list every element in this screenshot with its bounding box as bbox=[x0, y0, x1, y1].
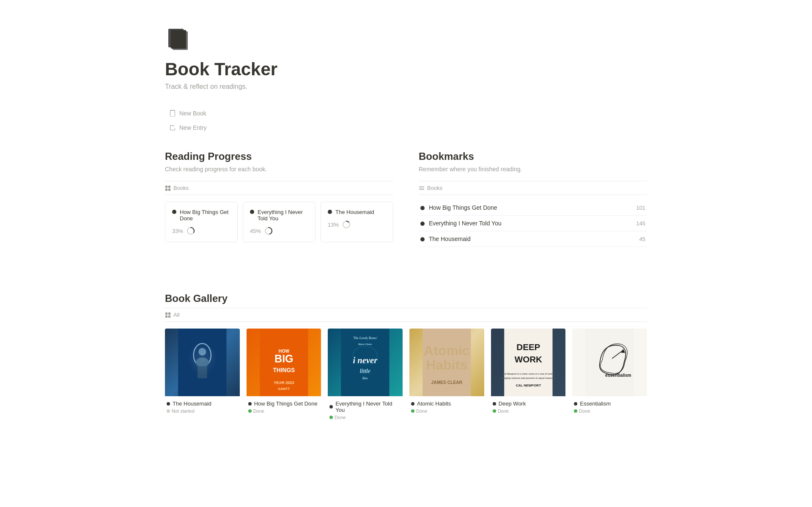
gallery-dot bbox=[248, 402, 252, 406]
progress-circle-icon bbox=[187, 227, 195, 235]
bookmark-item[interactable]: How Big Things Get Done 101 bbox=[419, 200, 647, 216]
svg-rect-2 bbox=[171, 30, 186, 49]
progress-card: How Big Things Get Done 33% bbox=[165, 202, 238, 242]
svg-text:GANTT: GANTT bbox=[278, 387, 290, 391]
gallery-dot bbox=[493, 402, 496, 406]
status-indicator bbox=[411, 409, 414, 413]
book-gallery: Book Gallery All bbox=[165, 293, 647, 422]
action-buttons: New Book New Entry bbox=[165, 107, 647, 134]
bookmark-item[interactable]: The Housemaid 45 bbox=[419, 231, 647, 247]
svg-point-22 bbox=[198, 348, 206, 356]
page-subtitle: Track & reflect on readings. bbox=[165, 83, 647, 90]
status-dot bbox=[172, 210, 176, 214]
bookmarks-title: Bookmarks bbox=[419, 151, 647, 162]
bookmark-item[interactable]: Everything I Never Told You 145 bbox=[419, 216, 647, 231]
svg-rect-14 bbox=[419, 188, 424, 188]
svg-text:BIG: BIG bbox=[274, 353, 294, 364]
gallery-grid: The Housemaid Not started HOW bbox=[165, 329, 647, 422]
gallery-dot bbox=[574, 402, 577, 406]
status-dot bbox=[328, 210, 332, 214]
book-icon bbox=[169, 110, 176, 117]
gallery-card[interactable]: essentialism Essentialism Done bbox=[572, 329, 647, 422]
reading-progress-subtitle: Check reading progress for each book. bbox=[165, 166, 393, 173]
svg-text:JAMES CLEAR: JAMES CLEAR bbox=[431, 380, 463, 385]
header-icon bbox=[165, 25, 647, 59]
gallery-filter[interactable]: All bbox=[165, 308, 647, 322]
svg-text:THINGS: THINGS bbox=[273, 367, 295, 373]
gallery-card[interactable]: The Housemaid Not started bbox=[165, 329, 240, 422]
gallery-card[interactable]: 'The Lovely Bones' Marie Claire i never … bbox=[328, 329, 403, 422]
new-entry-button[interactable]: New Entry bbox=[165, 122, 211, 134]
svg-rect-18 bbox=[165, 315, 167, 317]
svg-text:little: little bbox=[360, 368, 370, 374]
status-dot bbox=[250, 210, 254, 214]
gallery-card[interactable]: DEEP WORK 'Cal Newport is a clear voice … bbox=[491, 329, 566, 422]
svg-text:'Cal Newport is a clear voice : 'Cal Newport is a clear voice in a sea o… bbox=[502, 373, 555, 375]
new-book-button[interactable]: New Book bbox=[165, 107, 211, 119]
svg-rect-5 bbox=[165, 188, 167, 190]
svg-point-21 bbox=[194, 343, 211, 367]
book-cover bbox=[165, 329, 240, 396]
status-indicator bbox=[574, 409, 577, 413]
bookmark-dot bbox=[420, 222, 425, 226]
svg-rect-3 bbox=[165, 185, 167, 187]
bookmarks-filter[interactable]: Books bbox=[419, 181, 647, 195]
reading-progress-title: Reading Progress bbox=[165, 151, 393, 162]
progress-cards: How Big Things Get Done 33% Everythi bbox=[165, 202, 393, 242]
progress-circle-icon bbox=[342, 220, 351, 229]
svg-text:essentialism: essentialism bbox=[605, 373, 631, 378]
reading-progress-filter[interactable]: Books bbox=[165, 181, 393, 195]
svg-rect-6 bbox=[168, 188, 170, 190]
book-cover: Atomic Habits JAMES CLEAR bbox=[409, 329, 484, 396]
gallery-card[interactable]: HOW BIG THINGS YEAR 2023 GANTT How Big T… bbox=[247, 329, 321, 422]
page-title: Book Tracker bbox=[165, 59, 647, 79]
book-cover: HOW BIG THINGS YEAR 2023 GANTT bbox=[247, 329, 321, 396]
bookmark-dot bbox=[420, 206, 425, 210]
book-cover: DEEP WORK 'Cal Newport is a clear voice … bbox=[491, 329, 566, 396]
svg-rect-17 bbox=[168, 312, 170, 314]
gallery-dot bbox=[411, 402, 414, 406]
status-indicator bbox=[248, 409, 252, 413]
svg-text:CAL NEWPORT: CAL NEWPORT bbox=[516, 384, 541, 387]
svg-rect-4 bbox=[168, 185, 170, 187]
svg-text:'The Lovely Bones': 'The Lovely Bones' bbox=[353, 336, 378, 340]
svg-rect-16 bbox=[165, 312, 167, 314]
gallery-dot bbox=[329, 405, 333, 408]
svg-text:Marie Claire: Marie Claire bbox=[358, 343, 372, 345]
book-cover: 'The Lovely Bones' Marie Claire i never … bbox=[328, 329, 403, 396]
svg-rect-24 bbox=[198, 366, 207, 378]
grid-icon bbox=[165, 312, 171, 318]
svg-text:WORK: WORK bbox=[514, 354, 542, 364]
svg-rect-48 bbox=[586, 329, 634, 396]
bookmark-dot bbox=[420, 237, 425, 241]
bookmarks-subtitle: Remember where you finished reading. bbox=[419, 166, 647, 173]
svg-text:bringing science and passion i: bringing science and passion in equal me… bbox=[501, 377, 556, 379]
gallery-card[interactable]: Atomic Habits JAMES CLEAR Atomic Habits bbox=[409, 329, 484, 422]
svg-rect-15 bbox=[419, 189, 424, 189]
grid-icon bbox=[165, 185, 171, 191]
entry-icon bbox=[169, 124, 176, 131]
book-cover: essentialism bbox=[572, 329, 647, 396]
svg-text:Atomic: Atomic bbox=[424, 343, 469, 358]
progress-circle-icon bbox=[264, 227, 273, 235]
svg-rect-20 bbox=[178, 329, 226, 396]
svg-text:YEAR 2023: YEAR 2023 bbox=[274, 381, 294, 385]
svg-point-23 bbox=[195, 358, 209, 367]
svg-text:lies: lies bbox=[362, 376, 368, 380]
gallery-title: Book Gallery bbox=[165, 293, 647, 304]
gallery-dot bbox=[167, 402, 170, 406]
svg-rect-13 bbox=[419, 186, 424, 186]
status-indicator bbox=[167, 409, 170, 413]
list-icon bbox=[419, 185, 425, 191]
status-indicator bbox=[329, 416, 333, 419]
progress-card: Everything I Never Told You 45% bbox=[243, 202, 315, 242]
progress-card: The Housemaid 13% bbox=[321, 202, 393, 242]
svg-text:Habits: Habits bbox=[426, 357, 467, 373]
svg-rect-19 bbox=[168, 315, 170, 317]
status-indicator bbox=[493, 409, 496, 413]
svg-text:DEEP: DEEP bbox=[516, 342, 540, 352]
